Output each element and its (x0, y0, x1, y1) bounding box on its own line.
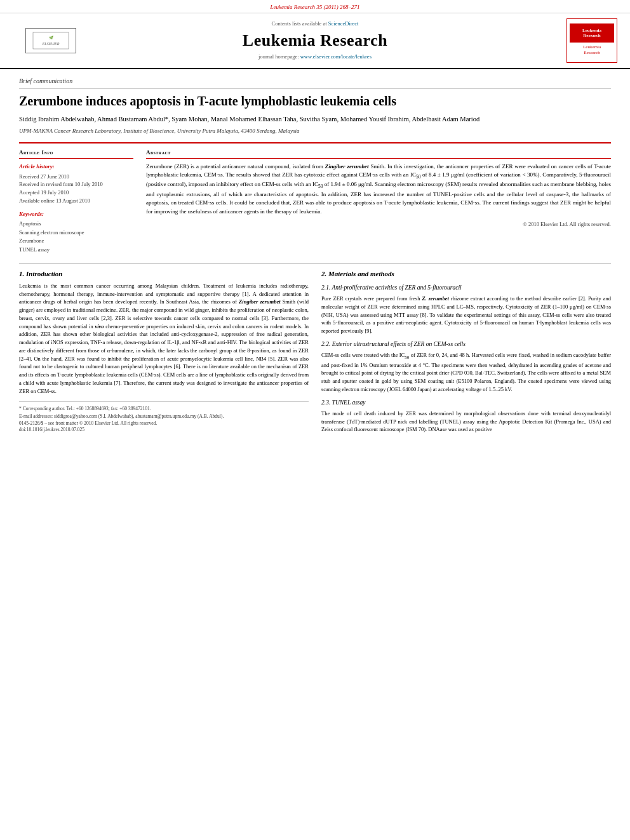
body-left-column: 1. Introduction Leukemia is the most com… (19, 269, 309, 438)
affiliation: UPM-MAKNA Cancer Research Laboratory, In… (19, 127, 611, 135)
abstract-text: Zerumbone (ZER) is a potential anticance… (146, 163, 611, 216)
journal-homepage: journal homepage: www.elsevier.com/locat… (89, 53, 541, 61)
keyword-sem: Scanning electron microscope (19, 229, 133, 237)
journal-logo-box: LeukemiaResearch LeukemiaResearch (566, 18, 617, 63)
top-bar: Leukemia Research 35 (2011) 268–271 (0, 0, 630, 13)
emails: siddigroa@yahoo.com (S.I. Abdelwahab), a… (54, 413, 224, 419)
sub3-text: The mode of cell death induced by ZER wa… (321, 410, 611, 434)
journal-header-center: Contents lists available at ScienceDirec… (89, 20, 541, 61)
journal-ref: Leukemia Research 35 (2011) 268–271 (271, 4, 360, 10)
abstract-header: Abstract (146, 149, 611, 159)
issn-text: 0145-2126/$ – see front matter © 2010 El… (19, 420, 309, 427)
section-divider (19, 263, 611, 264)
article-info-column: Article Info Article history: Received 2… (19, 149, 133, 254)
elsevier-logo: 🌿 ELSEVIER (13, 28, 89, 53)
authors: Siddig Ibrahim Abdelwahab, Ahmad Bustama… (19, 114, 611, 124)
elsevier-logo-box: 🌿 ELSEVIER (25, 28, 76, 53)
homepage-link[interactable]: www.elsevier.com/locate/leukres (300, 53, 372, 60)
elsevier-logo-section: 🌿 ELSEVIER (13, 28, 89, 53)
journal-title: Leukemia Research (89, 29, 541, 52)
svg-rect-0 (33, 32, 69, 49)
abstract-column: Abstract Zerumbone (ZER) is a potential … (146, 149, 611, 254)
page-container: Leukemia Research 35 (2011) 268–271 🌿 EL… (0, 0, 630, 450)
journal-logo-section: LeukemiaResearch LeukemiaResearch (541, 18, 617, 63)
copyright: © 2010 Elsevier Ltd. All rights reserved… (146, 221, 611, 229)
svg-text:🌿: 🌿 (48, 36, 54, 40)
email-label: E-mail addresses: (19, 413, 53, 419)
svg-text:ELSEVIER: ELSEVIER (42, 42, 60, 46)
info-abstract-section: Article Info Article history: Received 2… (19, 142, 611, 254)
email-footnote: E-mail addresses: siddigroa@yahoo.com (S… (19, 413, 309, 420)
main-content: Brief communication Zerumbone induces ap… (0, 69, 630, 450)
sub1-title: 2.1. Anti-proliferative activities of ZE… (321, 284, 611, 292)
received-date: Received 27 June 2010 (19, 173, 133, 181)
body-section: 1. Introduction Leukemia is the most com… (19, 269, 611, 438)
journal-header: 🌿 ELSEVIER Contents lists available at S… (0, 13, 630, 69)
sub2-text: CEM-ss cells were treated with the IC50 … (321, 351, 611, 393)
body-right-column: 2. Materials and methods 2.1. Anti-proli… (321, 269, 611, 438)
logo-subtitle: LeukemiaResearch (583, 44, 601, 55)
sciencedirect-text: Contents lists available at ScienceDirec… (89, 20, 541, 28)
keyword-apoptosis: Apoptosis (19, 220, 133, 229)
sub1-text: Pure ZER crystals were prepared from fre… (321, 295, 611, 335)
keywords-label: Keywords: (19, 210, 133, 218)
history-label: Article history: (19, 163, 133, 171)
article-info-header: Article Info (19, 149, 133, 159)
accepted-date: Accepted 19 July 2010 (19, 189, 133, 197)
article-title: Zerumbone induces apoptosis in T-acute l… (19, 93, 611, 109)
revised-date: Received in revised form 10 July 2010 (19, 180, 133, 189)
keyword-zerumbone: Zerumbone (19, 237, 133, 246)
article-type: Brief communication (19, 77, 611, 89)
corresponding-author: * Corresponding author. Tel.: +60 126889… (19, 405, 309, 412)
sub2-title: 2.2. Exterior ultrastructural effects of… (321, 340, 611, 349)
sciencedirect-link[interactable]: ScienceDirect (328, 20, 359, 27)
footnote-section: * Corresponding author. Tel.: +60 126889… (19, 401, 309, 433)
available-date: Available online 13 August 2010 (19, 197, 133, 205)
intro-text: Leukemia is the most common cancer occur… (19, 282, 309, 396)
methods-title: 2. Materials and methods (321, 269, 611, 279)
intro-title: 1. Introduction (19, 269, 309, 279)
sub3-title: 2.3. TUNEL assay (321, 399, 611, 407)
doi-text: doi:10.1016/j.leukres.2010.07.025 (19, 427, 309, 434)
keyword-tunel: TUNEL assay (19, 246, 133, 255)
